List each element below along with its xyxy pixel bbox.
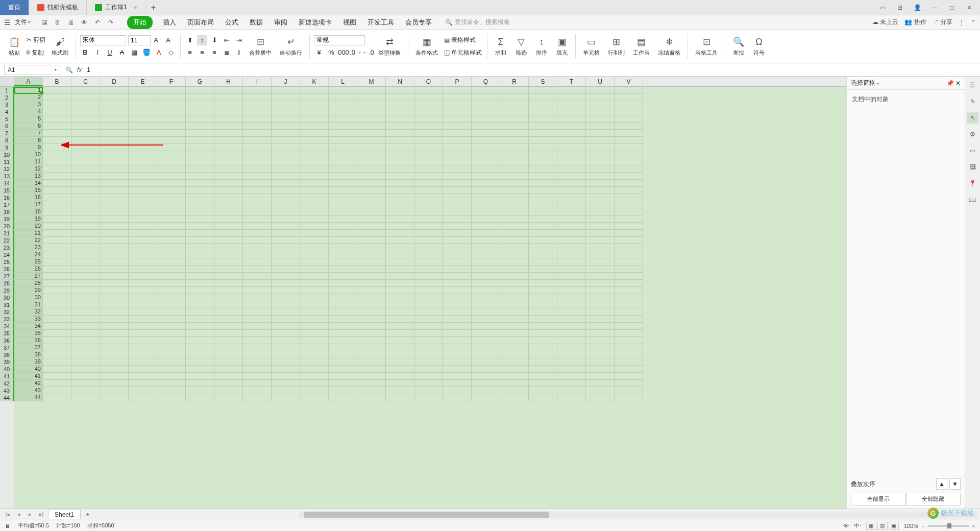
cell[interactable] [243,115,272,123]
cell[interactable] [129,151,157,158]
cell[interactable] [129,94,157,101]
cell[interactable] [386,387,414,394]
cell[interactable] [129,187,157,194]
menu-tab-1[interactable]: 插入 [162,16,177,29]
cell[interactable] [529,337,557,344]
cell[interactable] [329,208,357,215]
cell[interactable] [357,94,386,101]
cell[interactable] [386,223,414,230]
cell[interactable] [157,358,186,366]
cell[interactable] [272,115,300,123]
cell[interactable] [586,173,615,180]
cell[interactable] [43,158,71,165]
cell[interactable] [272,208,300,215]
cell[interactable] [500,201,529,208]
cell[interactable] [472,158,500,165]
cell[interactable] [129,173,157,180]
cell[interactable]: 34 [14,323,43,330]
cell[interactable] [100,308,129,316]
col-header[interactable]: V [615,77,643,86]
zoom-in-button[interactable]: + [972,523,975,529]
cell[interactable] [214,351,243,358]
cell[interactable] [357,123,386,130]
cell[interactable] [500,137,529,144]
cell[interactable] [71,115,100,123]
cell[interactable] [443,251,472,258]
cell[interactable] [272,258,300,266]
cell[interactable] [615,201,643,208]
cell[interactable] [500,151,529,158]
cell[interactable] [615,158,643,165]
cell[interactable] [357,201,386,208]
row-header[interactable]: 10 [0,151,14,158]
cell[interactable]: 33 [14,316,43,323]
cell[interactable] [557,201,586,208]
cell[interactable] [71,201,100,208]
cell[interactable] [43,187,71,194]
row-header[interactable]: 13 [0,173,14,180]
cell[interactable] [414,301,443,308]
cell[interactable] [472,251,500,258]
cell[interactable] [386,180,414,187]
cell[interactable] [529,323,557,330]
cell[interactable] [71,151,100,158]
cell[interactable] [43,273,71,280]
row-header[interactable]: 2 [0,94,14,101]
cell[interactable] [272,215,300,223]
cell[interactable] [472,194,500,201]
cell[interactable] [615,251,643,258]
cell[interactable] [243,266,272,273]
cell[interactable] [386,358,414,366]
number-format-select[interactable] [314,35,365,45]
cell[interactable] [414,137,443,144]
cell[interactable] [500,323,529,330]
cell[interactable] [71,380,100,387]
cell[interactable] [243,208,272,215]
cell[interactable] [443,237,472,244]
cell[interactable] [71,87,100,94]
cell[interactable] [300,266,329,273]
view-break-button[interactable]: ▣ [889,522,899,530]
cell[interactable] [586,244,615,251]
cell[interactable] [129,373,157,380]
cell[interactable] [557,123,586,130]
cell[interactable] [586,101,615,108]
cell[interactable] [272,394,300,401]
cell[interactable] [357,301,386,308]
cell[interactable]: 40 [14,366,43,373]
col-header[interactable]: M [357,77,386,86]
rowcol-button[interactable]: ⊞行和列 [608,36,625,57]
sheet-next-button[interactable]: ▸ [26,511,35,518]
cell[interactable] [157,273,186,280]
cell[interactable] [386,280,414,287]
cell[interactable]: 26 [14,266,43,273]
cell[interactable] [472,130,500,137]
cell[interactable] [129,266,157,273]
comma-icon[interactable]: 000 [338,47,349,58]
cell[interactable] [500,158,529,165]
cell[interactable] [43,108,71,115]
cell[interactable] [186,230,214,237]
row-header[interactable]: 41 [0,373,14,380]
cell[interactable] [529,316,557,323]
col-header[interactable]: F [157,77,186,86]
formula-input[interactable] [86,65,976,75]
cell[interactable] [586,237,615,244]
cell[interactable] [386,187,414,194]
cell[interactable] [129,280,157,287]
cell[interactable] [157,158,186,165]
cell[interactable] [214,280,243,287]
cell[interactable] [500,244,529,251]
cell[interactable] [357,351,386,358]
cell[interactable] [300,130,329,137]
cell[interactable] [272,108,300,115]
cell[interactable] [357,344,386,351]
cell[interactable] [157,208,186,215]
cell[interactable] [129,366,157,373]
sheet-tab[interactable]: Sheet1 [48,510,81,519]
cell[interactable] [615,258,643,266]
cell[interactable] [557,223,586,230]
cell[interactable] [43,258,71,266]
cell[interactable] [557,208,586,215]
cell[interactable] [272,294,300,301]
